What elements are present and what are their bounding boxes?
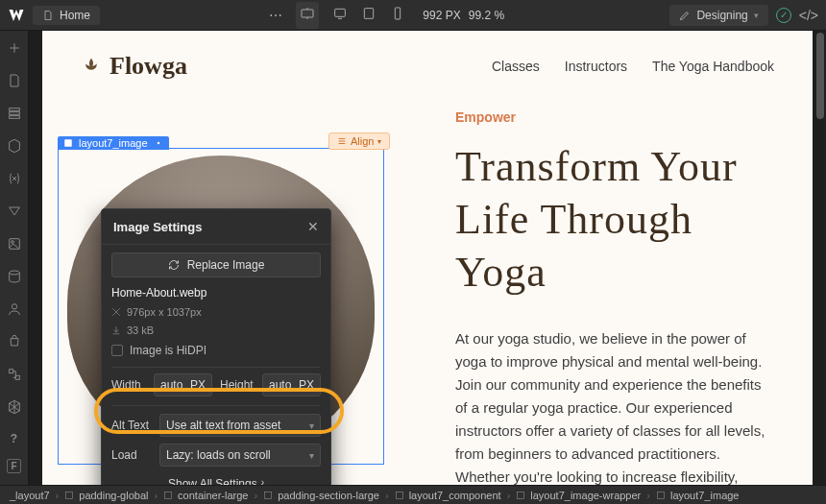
ecommerce-icon[interactable] [7, 334, 22, 353]
svg-rect-5 [9, 112, 19, 115]
device-desktop[interactable] [332, 6, 348, 25]
hidpi-checkbox-row[interactable]: Image is HiDPI [111, 343, 321, 358]
crumb[interactable]: padding-global [64, 490, 148, 501]
nav-link[interactable]: Classes [492, 59, 540, 74]
nav-links: Classes Instructors The Yoga Handbook [492, 59, 774, 74]
breadcrumb-bar: _layout7› padding-global› container-larg… [0, 485, 826, 504]
crumb[interactable]: layout7_image-wrapper [516, 490, 641, 501]
dimensions-text: 976px x 1037px [111, 306, 321, 318]
close-icon[interactable]: ✕ [307, 219, 319, 234]
image-settings-panel: Image Settings ✕ Replace Image Home-Abou… [101, 208, 331, 485]
mode-switcher[interactable]: Designing ▾ [669, 5, 767, 26]
page-headline: Transform Your Life Through Yoga [455, 140, 774, 299]
crumb[interactable]: container-large [163, 490, 248, 501]
styles-icon[interactable] [7, 204, 22, 223]
alttext-select[interactable]: Use alt text from asset▾ [159, 414, 321, 437]
top-bar: Home ⋯ 992 PX 99.2 % Designing ▾ ✓ </> [0, 0, 826, 31]
components-icon[interactable] [7, 138, 22, 157]
page-icon [42, 10, 54, 21]
variables-icon[interactable] [7, 171, 22, 190]
add-element-icon[interactable] [7, 40, 22, 60]
svg-rect-20 [658, 492, 665, 498]
code-toggle-icon[interactable]: </> [799, 8, 818, 23]
site-header: Flowga Classes Instructors The Yoga Hand… [42, 31, 813, 90]
svg-point-9 [9, 271, 19, 275]
assets-icon[interactable] [7, 236, 22, 255]
navigator-icon[interactable] [7, 106, 22, 125]
svg-rect-3 [396, 8, 401, 19]
filesize-text: 33 kB [111, 324, 321, 336]
svg-rect-4 [9, 108, 19, 111]
panel-title: Image Settings [113, 220, 202, 234]
svg-rect-19 [518, 492, 524, 498]
more-menu[interactable]: ⋯ [265, 8, 288, 23]
pages-icon[interactable] [7, 73, 22, 92]
crumb[interactable]: layout7_component [395, 490, 501, 501]
load-label: Load [111, 448, 154, 462]
left-toolbar: ? F [0, 31, 29, 485]
width-input[interactable]: autoPX [154, 373, 212, 396]
height-label: Height [220, 378, 256, 392]
alttext-label: Alt Text [111, 419, 154, 432]
device-mobile[interactable] [390, 6, 405, 25]
logic-icon[interactable] [7, 367, 22, 386]
help-icon[interactable]: ? [11, 432, 17, 445]
svg-rect-12 [15, 375, 19, 379]
cms-icon[interactable] [7, 269, 22, 288]
breakpoint-add[interactable] [296, 2, 319, 29]
svg-rect-1 [335, 9, 346, 16]
svg-rect-11 [9, 370, 12, 373]
page-selector[interactable]: Home [33, 6, 100, 25]
height-input[interactable]: autoPX [262, 373, 321, 396]
nav-link[interactable]: The Yoga Handbook [652, 59, 774, 74]
zoom-level: 99.2 % [469, 9, 504, 22]
width-label: Width [111, 378, 148, 392]
crumb[interactable]: layout7_image [656, 490, 740, 501]
body-copy: At our yoga studio, we believe in the po… [455, 327, 774, 485]
find-icon[interactable]: F [7, 459, 20, 473]
brand-logo-icon [81, 56, 102, 77]
svg-rect-17 [265, 492, 272, 498]
svg-rect-0 [302, 10, 313, 17]
device-switcher [296, 2, 405, 29]
svg-rect-6 [9, 116, 19, 119]
svg-rect-13 [64, 139, 72, 147]
nav-link[interactable]: Instructors [565, 59, 627, 74]
selection-label[interactable]: layout7_image [58, 136, 169, 150]
status-check-icon[interactable]: ✓ [776, 8, 791, 23]
svg-point-14 [157, 142, 159, 145]
svg-rect-18 [396, 492, 402, 498]
scrollbar[interactable] [816, 33, 824, 119]
svg-rect-2 [365, 8, 374, 18]
show-all-settings-button[interactable]: Show All Settings› [111, 473, 321, 485]
brand-name: Flowga [109, 52, 187, 81]
crumb[interactable]: padding-section-large [263, 490, 379, 501]
gear-icon[interactable] [154, 138, 163, 148]
users-icon[interactable] [7, 301, 22, 321]
align-button[interactable]: Align ▾ [328, 132, 390, 150]
replace-image-button[interactable]: Replace Image [111, 252, 321, 277]
viewport-width: 992 PX [423, 9, 460, 22]
apps-icon[interactable] [7, 399, 22, 419]
crumb[interactable]: _layout7 [10, 490, 50, 501]
load-select[interactable]: Lazy: loads on scroll▾ [159, 444, 321, 467]
svg-point-10 [12, 304, 16, 309]
filename-text: Home-About.webp [111, 286, 321, 300]
brand[interactable]: Flowga [81, 52, 187, 81]
webflow-logo[interactable] [8, 7, 25, 24]
canvas: Flowga Classes Instructors The Yoga Hand… [29, 31, 826, 485]
svg-point-8 [11, 241, 13, 244]
device-tablet[interactable] [361, 6, 377, 25]
viewport-info[interactable]: 992 PX 99.2 % [423, 9, 504, 22]
eyebrow-text: Empower [455, 109, 774, 125]
svg-rect-15 [66, 492, 73, 498]
svg-rect-16 [165, 492, 172, 498]
page-name: Home [60, 9, 90, 22]
checkbox[interactable] [111, 345, 123, 356]
